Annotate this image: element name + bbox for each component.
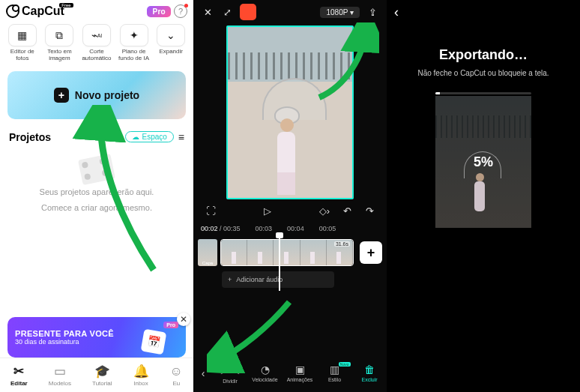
speed-icon: ◔	[261, 364, 270, 376]
time-total: 00:35	[223, 225, 241, 232]
tutorial-icon: 🎓	[94, 364, 110, 379]
app-logo: CapCut	[6, 4, 64, 18]
action-auto-crop[interactable]: ⌁AI Corte automático	[79, 24, 115, 62]
tool-style[interactable]: Novo▥Estilo	[321, 364, 349, 384]
redo-icon[interactable]: ↷	[363, 204, 376, 217]
templates-icon: ▭	[54, 364, 66, 379]
action-ai-background[interactable]: ✦ Plano de fundo de IA	[116, 24, 152, 62]
projects-header: Projetos ☁ Espaço ≡	[0, 125, 193, 149]
export-screen: ‹ Exportando… Não feche o CapCut ou bloq…	[387, 0, 580, 392]
resolution-selector[interactable]: 1080P ▾	[320, 7, 360, 18]
free-tag: Free	[59, 3, 73, 7]
bottom-nav: ✂Editar ▭Modelos 🎓Tutorial 🔔Inbox ☺Eu	[0, 358, 193, 392]
back-icon[interactable]: ‹	[387, 0, 406, 25]
pro-badge[interactable]: Pro	[147, 6, 171, 17]
sort-icon[interactable]: ≡	[178, 131, 184, 143]
projects-title: Projetos	[9, 131, 51, 143]
export-percent: 5%	[474, 154, 493, 170]
promo-pro-tag: Pro	[163, 322, 178, 328]
timeline-tracks[interactable]: Capa 31.6s + + Adicionar áudio	[193, 235, 387, 291]
keyframe-icon[interactable]: ◇›	[318, 204, 331, 217]
action-text-on-image[interactable]: Free ⧉ Texto em imagem	[42, 24, 78, 62]
help-icon[interactable]: ?	[174, 4, 187, 18]
export-subtitle: Não feche o CapCut ou bloqueie a tela.	[417, 69, 549, 77]
bell-icon: 🔔	[133, 364, 149, 379]
play-icon[interactable]: ▷	[261, 204, 274, 217]
progress-bar	[435, 92, 531, 94]
text-image-icon: ⧉	[45, 24, 73, 46]
fullscreen-icon[interactable]: ⛶	[204, 204, 217, 217]
new-project-label: Novo projeto	[75, 89, 139, 101]
expand-icon[interactable]: ⤢	[220, 5, 234, 19]
ai-bg-icon: ✦	[120, 24, 148, 46]
empty-text-1: Seus projetos aparecerão aqui.	[40, 187, 154, 198]
tool-speed[interactable]: ◔Velocidade	[251, 364, 280, 384]
tool-animations[interactable]: ▣Animações	[286, 364, 314, 384]
export-title: Exportando…	[439, 47, 528, 63]
video-preview[interactable]	[226, 25, 354, 199]
autocrop-icon: ⌁AI	[82, 24, 111, 46]
image-icon: ▦	[8, 24, 37, 46]
export-icon[interactable]: ⇪	[366, 5, 379, 19]
nav-inbox[interactable]: 🔔Inbox	[133, 364, 149, 387]
plus-icon: +	[54, 88, 69, 103]
profile-icon: ☺	[170, 364, 183, 379]
player-controls: ⛶ ▷ ◇› ↶ ↷	[193, 199, 387, 222]
trash-icon: 🗑	[364, 364, 375, 376]
tool-delete[interactable]: 🗑Excluir	[355, 364, 384, 384]
promo-banner[interactable]: ✕ Pro 📅 PRESENTE PARA VOCÊ 30 dias de as…	[7, 317, 186, 358]
film-clip-icon	[78, 153, 115, 184]
progress-fill	[435, 92, 440, 94]
nav-tutorial[interactable]: 🎓Tutorial	[92, 364, 112, 387]
top-bar: CapCut Pro ?	[0, 0, 193, 22]
time-current: 00:02	[201, 225, 218, 232]
toolbar-back[interactable]: ‹	[193, 367, 213, 379]
cover-thumbnail[interactable]: Capa	[198, 239, 217, 266]
action-photo-editor[interactable]: ▦ Editor de fotos	[4, 24, 40, 62]
promo-subtitle: 30 dias de assinatura	[15, 338, 178, 346]
animation-icon: ▣	[295, 364, 305, 376]
split-icon: 〕〔	[220, 364, 241, 377]
timeline-ruler: 00:02 / 00:35 00:03 00:04 00:05	[193, 222, 387, 235]
nav-templates[interactable]: ▭Modelos	[49, 364, 71, 387]
record-button[interactable]	[240, 4, 256, 20]
clip-duration: 31.6s	[334, 241, 350, 247]
export-preview: 5%	[435, 92, 531, 228]
quick-actions-row: ▦ Editor de fotos Free ⧉ Texto em imagem…	[0, 22, 193, 65]
action-expand[interactable]: ⌄ Expandir	[153, 24, 189, 62]
preview-content	[267, 82, 307, 195]
new-project-button[interactable]: + Novo projeto	[7, 71, 186, 119]
editor-top-bar: ✕ ⤢ 1080P ▾ ⇪	[193, 0, 387, 24]
export-thumbnail: 5%	[435, 96, 531, 228]
add-audio-button[interactable]: + Adicionar áudio	[222, 271, 334, 288]
nav-me[interactable]: ☺Eu	[170, 364, 183, 387]
add-clip-button[interactable]: +	[360, 241, 382, 264]
editor-toolbar: ‹ 〕〔Dividir ◔Velocidade ▣Animações Novo▥…	[193, 355, 387, 392]
video-clip[interactable]: 31.6s	[220, 239, 354, 266]
scissors-icon: ✂	[13, 364, 24, 379]
cloud-space-chip[interactable]: ☁ Espaço	[125, 131, 173, 142]
empty-text-2: Comece a criar agora mesmo.	[41, 202, 152, 214]
app-name: CapCut	[22, 4, 64, 18]
editor-screen: ✕ ⤢ 1080P ▾ ⇪ ⛶ ▷ ◇› ↶ ↷ 00:02 / 00:35 0…	[193, 0, 387, 392]
undo-icon[interactable]: ↶	[340, 204, 354, 217]
projects-empty-state: Seus projetos aparecerão aqui. Comece a …	[0, 149, 193, 214]
playhead[interactable]	[279, 235, 280, 291]
nav-edit[interactable]: ✂Editar	[10, 364, 28, 387]
close-icon[interactable]: ✕	[177, 313, 190, 326]
close-icon[interactable]: ✕	[201, 5, 214, 19]
chevron-down-icon: ⌄	[157, 24, 185, 46]
tool-split[interactable]: 〕〔Dividir	[216, 364, 244, 384]
home-screen: CapCut Pro ? ▦ Editor de fotos Free ⧉ Te…	[0, 0, 193, 392]
logo-icon	[6, 4, 19, 18]
